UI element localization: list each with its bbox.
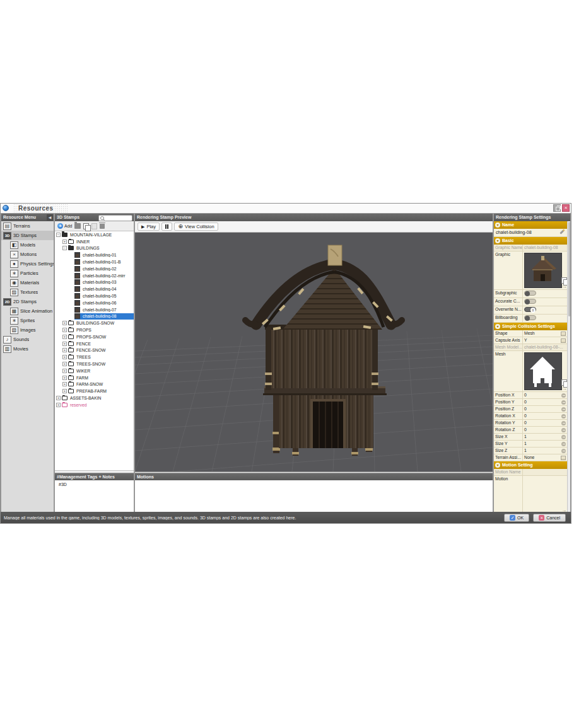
setting-value[interactable]: Mesh <box>523 330 567 337</box>
setting-value[interactable]: Y <box>523 337 567 344</box>
tree-item-trees[interactable]: +TREES <box>55 354 134 361</box>
sidebar-item-textures[interactable]: ▨Textures <box>1 287 54 297</box>
spinner-icon[interactable] <box>561 435 566 439</box>
setting-value[interactable] <box>523 290 567 298</box>
ok-button[interactable]: ✓ OK <box>504 514 529 522</box>
tree-item-buildings[interactable]: −BUILDINGS <box>55 245 134 252</box>
stamp-name-field[interactable]: chalet-building-08 <box>494 229 567 237</box>
setting-value[interactable]: → <box>523 476 567 512</box>
setting-value[interactable] <box>523 315 567 322</box>
sidebar-item-2d-stamps[interactable]: 2D2D Stamps <box>1 297 54 306</box>
tree-item-reserved[interactable]: +reserved <box>55 402 134 408</box>
tree-item-farm-snow[interactable]: +FARM-SNOW <box>55 381 134 388</box>
sidebar-item-models[interactable]: ◧Models <box>1 240 54 250</box>
sidebar-item-materials[interactable]: ◉Materials <box>1 278 54 287</box>
expander-icon[interactable]: + <box>62 335 67 339</box>
delete-icon[interactable] <box>100 224 105 229</box>
tree-item-chalet-building-01[interactable]: chalet-building-01 <box>55 251 134 258</box>
tree-item-chalet-building-04[interactable]: chalet-building-04 <box>55 286 134 292</box>
setting-value[interactable]: 0 <box>523 306 567 314</box>
expander-icon[interactable]: + <box>62 389 67 393</box>
sidebar-item-terrains[interactable]: ▤Terrains <box>1 221 54 231</box>
dropdown-icon[interactable] <box>561 456 566 460</box>
sidebar-item-3d-stamps[interactable]: 3D3D Stamps <box>1 231 54 240</box>
spinner-icon[interactable] <box>561 407 566 412</box>
setting-value[interactable]: 0 <box>523 420 567 426</box>
expander-icon[interactable]: + <box>62 348 67 352</box>
expander-icon[interactable]: + <box>62 328 67 332</box>
expander-icon[interactable]: + <box>56 403 61 407</box>
duplicate-icon[interactable] <box>83 223 89 229</box>
collapse-arrow-icon[interactable]: ◀ <box>47 214 53 221</box>
setting-value[interactable]: → <box>523 251 567 289</box>
setting-value[interactable]: None <box>523 454 567 461</box>
restore-window-button[interactable] <box>553 204 561 212</box>
pause-button[interactable] <box>161 222 173 231</box>
dropdown-icon[interactable] <box>561 332 566 336</box>
toggle-switch[interactable] <box>524 291 536 296</box>
sidebar-item-movies[interactable]: ▥Movies <box>1 344 54 354</box>
window-titlebar[interactable]: Resources × <box>1 204 571 214</box>
expander-icon[interactable]: + <box>56 396 61 400</box>
tree-item-trees-snow[interactable]: +TREES-SNOW <box>55 361 134 367</box>
setting-value[interactable]: 1 <box>523 448 567 454</box>
spinner-icon[interactable] <box>561 449 566 453</box>
sidebar-item-motions[interactable]: ×Motions <box>1 250 54 259</box>
setting-value[interactable]: 0 <box>523 427 567 433</box>
toggle-switch[interactable] <box>524 299 536 304</box>
tree-item-chalet-building-02-mirr[interactable]: chalet-building-02-mirr <box>55 272 134 279</box>
spinner-icon[interactable] <box>561 414 566 419</box>
expander-icon[interactable]: + <box>62 369 67 373</box>
setting-value[interactable]: 0 <box>523 392 567 398</box>
tree-item-fence[interactable]: +FENCE <box>55 340 134 347</box>
mesh-preview-thumb[interactable] <box>524 352 562 390</box>
setting-value[interactable]: 0 <box>523 399 567 405</box>
dropdown-icon[interactable] <box>561 338 566 343</box>
tree-item-chalet-building-07[interactable]: chalet-building-07 <box>55 306 134 313</box>
open-arrow-icon[interactable]: → <box>561 507 566 512</box>
setting-value[interactable]: 1 <box>523 441 567 447</box>
close-window-button[interactable]: × <box>562 204 570 212</box>
tree-item-chalet-building-02[interactable]: chalet-building-02 <box>55 265 134 272</box>
new-folder-icon[interactable] <box>74 223 81 229</box>
tree-item-buildings-snow[interactable]: +BUILDINGS-SNOW <box>55 320 134 326</box>
setting-value[interactable]: 0 <box>523 406 567 412</box>
sidebar-item-images[interactable]: ▧Images <box>1 325 54 335</box>
section-header-motion-setting[interactable]: ▾Motion Setting <box>494 461 567 469</box>
tree-item-props[interactable]: +PROPS <box>55 326 134 333</box>
expander-icon[interactable]: + <box>62 382 67 386</box>
tree-item-mountain-village[interactable]: −MOUNTAIN-VILLAGE <box>55 231 134 238</box>
tree-item-chalet-building-01-b[interactable]: chalet-building-01-B <box>55 258 134 265</box>
sidebar-item-sprites[interactable]: ∗Sprites <box>1 316 54 325</box>
setting-value[interactable] <box>523 298 567 306</box>
tree-item-chalet-building-05[interactable]: chalet-building-05 <box>55 292 134 299</box>
tree-item-wiker[interactable]: +WIKER <box>55 367 134 374</box>
tree-item-chalet-building-08[interactable]: chalet-building-08 <box>55 313 134 320</box>
setting-value[interactable]: 1 <box>523 434 567 440</box>
copy-icon[interactable] <box>561 277 567 284</box>
expander-icon[interactable]: + <box>62 342 67 346</box>
add-stamp-button[interactable]: + Add <box>57 223 72 229</box>
tree-item-inner[interactable]: +INNER <box>55 238 134 245</box>
tree-item-chalet-building-06[interactable]: chalet-building-06 <box>55 299 134 306</box>
settings-scrollbar[interactable] <box>567 221 570 512</box>
sidebar-item-sounds[interactable]: ♪Sounds <box>1 335 54 344</box>
cancel-button[interactable]: × Cancel <box>533 514 566 522</box>
copy-icon[interactable] <box>561 379 567 386</box>
spinner-icon[interactable] <box>561 421 566 425</box>
stamps-search-input[interactable] <box>98 215 132 221</box>
sidebar-item-physics-settings[interactable]: ●Physics Settings <box>1 259 54 269</box>
sidebar-item-particles[interactable]: ∗Particles <box>1 269 54 278</box>
setting-value[interactable]: → <box>523 351 567 391</box>
3d-viewport[interactable] <box>135 233 493 472</box>
expander-icon[interactable]: + <box>62 321 67 325</box>
expander-icon[interactable]: + <box>62 376 67 380</box>
tree-item-farm[interactable]: +FARM <box>55 374 134 381</box>
view-collision-button[interactable]: ⊕ View Collision <box>174 222 218 231</box>
spinner-icon[interactable] <box>561 400 566 405</box>
section-header-basic[interactable]: ▾Basic <box>494 237 567 245</box>
tree-item-prefab-farm[interactable]: +PREFAB-FARM <box>55 388 134 395</box>
expander-icon[interactable]: − <box>56 233 61 237</box>
name-section-header[interactable]: ▾Name <box>494 221 567 229</box>
section-header-simple-collision-settings[interactable]: ▾Simple Collision Settings <box>494 323 567 330</box>
